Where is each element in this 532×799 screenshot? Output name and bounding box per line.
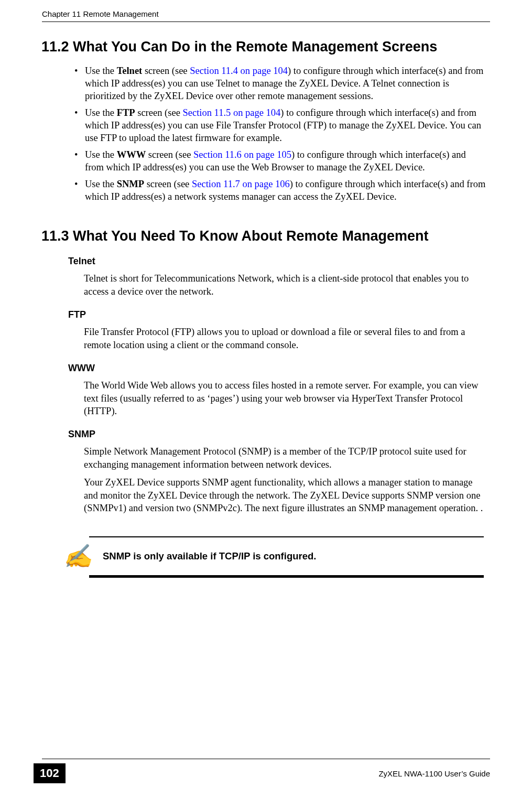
footer-row: 102 ZyXEL NWA-1100 User’s Guide xyxy=(0,763,532,783)
guide-title: ZyXEL NWA-1100 User’s Guide xyxy=(378,769,490,778)
www-bold: WWW xyxy=(117,149,146,160)
para-ftp: File Transfer Protocol (FTP) allows you … xyxy=(84,326,487,351)
note-text: SNMP is only available if TCP/IP is conf… xyxy=(103,550,316,562)
section-11-2-list: Use the Telnet screen (see Section 11.4 … xyxy=(43,64,489,203)
section-11-3-heading: 11.3 What You Need To Know About Remote … xyxy=(41,228,489,244)
para-www: The World Wide Web allows you to access … xyxy=(84,379,487,417)
section-11-3: 11.3 What You Need To Know About Remote … xyxy=(43,228,489,514)
list-item: Use the SNMP screen (see Section 11.7 on… xyxy=(78,178,487,203)
link-section-11-6[interactable]: Section 11.6 on page 105 xyxy=(193,149,291,160)
link-section-11-5[interactable]: Section 11.5 on page 104 xyxy=(182,107,280,118)
running-header: Chapter 11 Remote Management xyxy=(0,0,532,21)
ftp-bold: FTP xyxy=(117,107,135,118)
list-item: Use the WWW screen (see Section 11.6 on … xyxy=(78,148,487,174)
subhead-ftp: FTP xyxy=(68,309,489,320)
link-section-11-7[interactable]: Section 11.7 on page 106 xyxy=(192,179,290,189)
note-rule-bottom xyxy=(89,575,484,578)
page-number-badge: 102 xyxy=(34,763,66,783)
para-snmp-2: Your ZyXEL Device supports SNMP agent fu… xyxy=(84,476,487,514)
list-item: Use the FTP screen (see Section 11.5 on … xyxy=(78,106,487,144)
subhead-www: WWW xyxy=(68,363,489,374)
footer-rule xyxy=(42,759,490,759)
subhead-snmp: SNMP xyxy=(68,429,489,440)
page-content: 11.2 What You Can Do in the Remote Manag… xyxy=(0,22,532,578)
para-snmp-1: Simple Network Management Protocol (SNMP… xyxy=(84,445,487,471)
hand-write-icon: ✍ xyxy=(62,543,93,570)
note-block: ✍ SNMP is only available if TCP/IP is co… xyxy=(43,536,489,578)
chapter-title: Chapter 11 Remote Management xyxy=(42,9,159,18)
section-11-2-heading: 11.2 What You Can Do in the Remote Manag… xyxy=(41,39,489,55)
footer: 102 ZyXEL NWA-1100 User’s Guide xyxy=(0,759,532,783)
subhead-telnet: Telnet xyxy=(68,256,489,267)
link-section-11-4[interactable]: Section 11.4 on page 104 xyxy=(190,66,288,76)
telnet-bold: Telnet xyxy=(117,66,143,76)
para-telnet: Telnet is short for Telecommunications N… xyxy=(84,272,487,298)
snmp-bold: SNMP xyxy=(117,179,144,189)
note-body: ✍ SNMP is only available if TCP/IP is co… xyxy=(47,537,485,575)
list-item: Use the Telnet screen (see Section 11.4 … xyxy=(78,64,487,102)
